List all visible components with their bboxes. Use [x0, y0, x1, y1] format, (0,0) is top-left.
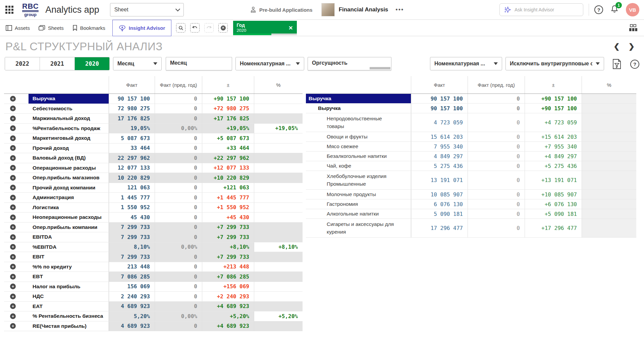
fact-cell[interactable]: 12 077 133 [109, 163, 155, 173]
row-label[interactable]: Мясо свежее [306, 142, 411, 151]
fact-cell[interactable]: 90 157 100 [109, 94, 155, 104]
fact-cell[interactable]: 4 689 923 [109, 321, 155, 331]
prev-year-cell[interactable]: 0,00% [155, 124, 202, 133]
percent-cell[interactable] [582, 152, 636, 161]
prev-year-cell[interactable]: 0 [155, 203, 202, 213]
expand-row-icon[interactable]: + [10, 135, 16, 141]
prev-year-cell[interactable]: 0 [468, 209, 525, 219]
expand-row-icon[interactable]: + [10, 175, 16, 181]
expand-row-icon[interactable]: + [10, 264, 16, 269]
expand-row-icon[interactable]: + [10, 125, 16, 131]
fact-cell[interactable]: 4 723 059 [411, 113, 468, 132]
delta-cell[interactable]: +5 087 673 [202, 133, 254, 143]
delta-cell[interactable]: +156 069 [202, 282, 254, 292]
prev-year-cell[interactable]: 0 [155, 173, 202, 183]
row-label[interactable]: Выручка [29, 94, 109, 104]
delta-cell[interactable]: +45 430 [202, 213, 254, 222]
row-label[interactable]: Хлебобулочные изделияПромышленные [306, 171, 411, 189]
row-label[interactable]: Молочные продукты [306, 190, 411, 199]
prev-year-cell[interactable]: 0 [155, 104, 202, 114]
prev-year-cell[interactable]: 0,00% [155, 311, 202, 321]
column-header[interactable]: % [582, 76, 636, 94]
prev-year-cell[interactable]: 0 [468, 142, 525, 151]
percent-cell[interactable] [254, 104, 303, 114]
year-button-2020[interactable]: 2020 [75, 57, 109, 70]
scrollbar-handle[interactable] [370, 67, 390, 69]
expand-row-icon[interactable]: + [10, 244, 16, 250]
delta-cell[interactable]: +1 550 952 [202, 203, 254, 213]
percent-cell[interactable] [254, 302, 303, 311]
prev-year-cell[interactable]: 0 [468, 104, 525, 113]
chip-close-icon[interactable]: ✕ [288, 25, 297, 31]
row-label-header[interactable] [306, 76, 411, 94]
percent-cell[interactable] [254, 143, 303, 153]
delta-cell[interactable]: +7 299 733 [202, 232, 254, 242]
org-entity-listbox[interactable]: Оргсущность [308, 57, 391, 70]
fact-cell[interactable]: 7 299 733 [109, 223, 155, 232]
expand-row-icon[interactable]: + [10, 96, 16, 102]
filter-document-icon[interactable] [612, 59, 622, 69]
sheet-help-icon[interactable]: ? [630, 60, 639, 69]
delta-cell[interactable]: +90 157 100 [525, 94, 582, 103]
delta-cell[interactable]: +33 464 [202, 143, 254, 153]
row-label[interactable]: %EBITDA [29, 242, 109, 252]
fact-cell[interactable]: 1 550 952 [109, 203, 155, 213]
expand-row-icon[interactable]: + [10, 185, 16, 190]
fact-cell[interactable]: 8,10% [109, 242, 155, 252]
delta-cell[interactable]: +19,05% [202, 124, 254, 133]
fact-cell[interactable]: 156 069 [109, 282, 155, 292]
delta-cell[interactable]: +72 980 275 [202, 104, 254, 114]
prev-year-cell[interactable]: 0 [155, 143, 202, 153]
fact-cell[interactable]: 6 076 130 [411, 199, 468, 209]
row-label[interactable]: НДС [29, 292, 109, 301]
delta-cell[interactable]: +2 240 293 [202, 292, 254, 301]
fact-cell[interactable]: 90 157 100 [411, 104, 468, 113]
prev-year-cell[interactable]: 0 [155, 153, 202, 163]
percent-cell[interactable] [254, 321, 303, 331]
column-header[interactable]: Факт (пред. год) [468, 76, 525, 94]
delta-cell[interactable]: +5 090 181 [525, 209, 582, 219]
row-label[interactable]: Маржинальный доход [29, 114, 109, 123]
row-label[interactable]: Неоперационные расходы [29, 213, 109, 222]
expand-row-icon[interactable]: + [10, 313, 16, 319]
prebuild-applications-link[interactable]: Pre-build Applications [250, 6, 313, 13]
delta-cell[interactable]: +12 077 133 [202, 163, 254, 173]
row-label[interactable]: Себестоимость [29, 104, 109, 114]
prev-year-cell[interactable]: 0 [155, 94, 202, 104]
fact-cell[interactable]: 10 220 829 [109, 173, 155, 183]
prev-year-cell[interactable]: 0 [155, 133, 202, 143]
percent-cell[interactable] [254, 203, 303, 213]
percent-cell[interactable] [254, 252, 303, 262]
step-back-button[interactable] [190, 23, 200, 33]
fact-cell[interactable]: 15 614 203 [411, 132, 468, 141]
percent-cell[interactable] [254, 114, 303, 123]
insight-advisor-button[interactable]: Insight Advisor [112, 20, 172, 36]
prev-year-cell[interactable]: 0 [155, 262, 202, 272]
exclude-intragroup-dropdown[interactable]: Исключить внутригрупповые о... [505, 57, 604, 70]
fact-cell[interactable]: 7 299 733 [109, 252, 155, 262]
year-button-2021[interactable]: 2021 [40, 57, 75, 70]
percent-cell[interactable] [582, 113, 636, 132]
row-label[interactable]: RE(Чистая прибыль) [29, 321, 109, 331]
prev-year-cell[interactable]: 0 [468, 171, 525, 189]
delta-cell[interactable]: +15 614 203 [525, 132, 582, 141]
delta-cell[interactable]: +1 445 777 [202, 193, 254, 202]
step-forward-button[interactable] [204, 23, 214, 33]
fact-cell[interactable]: 4 849 297 [411, 152, 468, 161]
row-label[interactable]: EBITDA [29, 232, 109, 242]
percent-cell[interactable] [582, 199, 636, 209]
expand-row-icon[interactable]: + [10, 303, 16, 309]
percent-cell[interactable] [582, 171, 636, 189]
fact-cell[interactable]: 7 086 285 [109, 272, 155, 282]
prev-year-cell[interactable]: 0 [155, 183, 202, 193]
app-launcher-icon[interactable] [5, 6, 13, 14]
percent-cell[interactable] [582, 219, 636, 237]
row-label[interactable]: Выручка [306, 94, 411, 103]
row-label[interactable]: Овощи и фрукты [306, 132, 411, 141]
row-label[interactable]: Чай, кофе [306, 161, 411, 171]
fact-cell[interactable]: 213 448 [109, 262, 155, 272]
percent-cell[interactable] [582, 209, 636, 219]
expand-row-icon[interactable]: + [10, 254, 16, 260]
delta-cell[interactable]: +7 086 285 [202, 272, 254, 282]
fact-cell[interactable]: 4 689 923 [109, 302, 155, 311]
